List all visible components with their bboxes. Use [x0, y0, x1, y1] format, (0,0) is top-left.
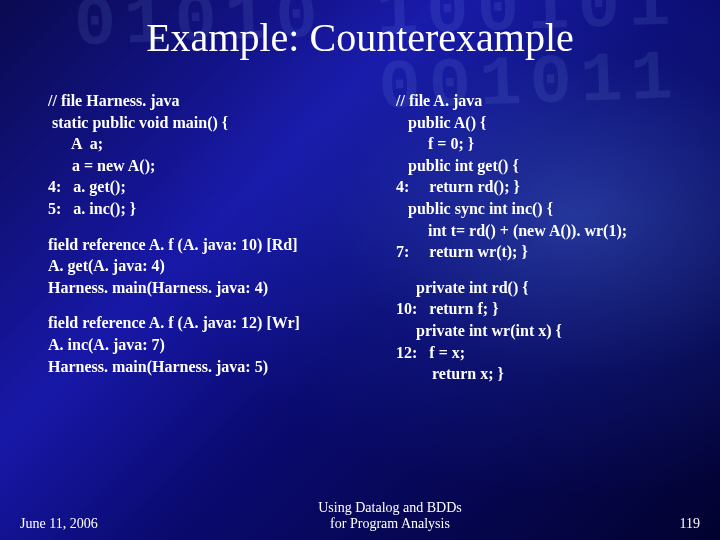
- harness-line-5: 5: a. inc(); }: [48, 198, 388, 220]
- field-ref-rd-1: field reference A. f (A. java: 10) [Rd]: [48, 234, 388, 256]
- slide-title: Example: Counterexample: [0, 14, 720, 61]
- a-line-6: int t= rd() + (new A()). wr(1);: [396, 220, 692, 242]
- slide: 01010 100101 001011 Example: Counterexam…: [0, 0, 720, 540]
- a-line-2: f = 0; }: [396, 133, 692, 155]
- footer-center-line-2: for Program Analysis: [140, 516, 640, 532]
- a-line-12: return x; }: [396, 363, 692, 385]
- a-line-8: private int rd() {: [396, 277, 692, 299]
- field-ref-rd-3: Harness. main(Harness. java: 4): [48, 277, 388, 299]
- footer-center: Using Datalog and BDDs for Program Analy…: [140, 500, 640, 532]
- a-line-10: private int wr(int x) {: [396, 320, 692, 342]
- field-ref-wr-2: A. inc(A. java: 7): [48, 334, 388, 356]
- footer-center-line-1: Using Datalog and BDDs: [140, 500, 640, 516]
- left-column: // file Harness. java static public void…: [48, 90, 388, 490]
- field-ref-wr-1: field reference A. f (A. java: 12) [Wr]: [48, 312, 388, 334]
- a-line-3: public int get() {: [396, 155, 692, 177]
- right-column: // file A. java public A() { f = 0; } pu…: [396, 90, 692, 490]
- slide-body: // file Harness. java static public void…: [48, 90, 692, 490]
- a-line-7: 7: return wr(t); }: [396, 241, 692, 263]
- harness-line-2: A a;: [48, 133, 388, 155]
- a-line-9: 10: return f; }: [396, 298, 692, 320]
- harness-line-1: static public void main() {: [48, 112, 388, 134]
- footer-date: June 11, 2006: [20, 516, 140, 532]
- a-line-1: public A() {: [396, 112, 692, 134]
- a-file-header: // file A. java: [396, 90, 692, 112]
- slide-footer: June 11, 2006 Using Datalog and BDDs for…: [20, 500, 700, 532]
- a-line-5: public sync int inc() {: [396, 198, 692, 220]
- harness-file-header: // file Harness. java: [48, 90, 388, 112]
- a-line-4: 4: return rd(); }: [396, 176, 692, 198]
- harness-line-3: a = new A();: [48, 155, 388, 177]
- field-ref-rd-2: A. get(A. java: 4): [48, 255, 388, 277]
- field-ref-wr-3: Harness. main(Harness. java: 5): [48, 356, 388, 378]
- harness-line-4: 4: a. get();: [48, 176, 388, 198]
- footer-page-number: 119: [640, 516, 700, 532]
- a-line-11: 12: f = x;: [396, 342, 692, 364]
